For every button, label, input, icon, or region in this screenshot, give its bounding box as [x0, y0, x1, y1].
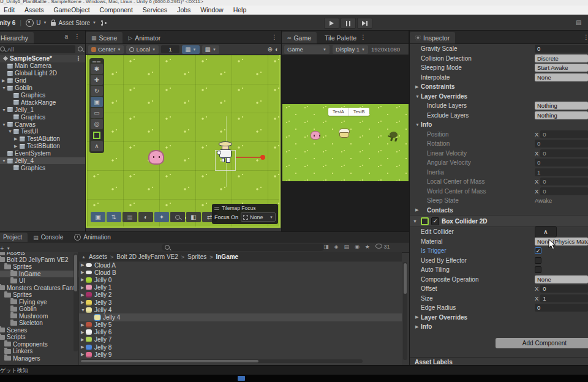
kebab-menu-icon[interactable]: ⋮ [72, 33, 83, 40]
files-hscrollbar[interactable] [81, 359, 363, 363]
foldout-arrow-icon[interactable]: ▼ [412, 219, 418, 223]
folder-item[interactable]: Bolt 2D JellyFarm VE2 [0, 257, 78, 264]
hierarchy-item[interactable]: Graphics [0, 92, 85, 99]
play-button[interactable] [324, 18, 339, 29]
hierarchy-item[interactable]: AttackRange [0, 99, 85, 106]
rotate-tool-icon[interactable]: ↻ [91, 86, 103, 96]
inspector-row[interactable]: World Center of Mass X 0 [410, 187, 588, 197]
display-dropdown[interactable]: Display 1 ▼ [333, 45, 368, 54]
foldout-arrow-icon[interactable]: ▶ [80, 263, 86, 268]
add-component-button[interactable]: Add Component [496, 338, 588, 348]
rect-tool-icon[interactable]: ▭ [91, 108, 103, 118]
step-button[interactable] [357, 18, 372, 29]
property-value[interactable]: 0 [540, 285, 588, 293]
game-view-tab[interactable]: Game [282, 32, 317, 43]
scene-view-tab[interactable]: Animator [123, 32, 166, 43]
snap-settings-button[interactable]: ▦ ▼ [202, 45, 219, 54]
inspector-row[interactable]: Angular Velocity 0 [410, 158, 588, 168]
folder-item[interactable]: Scripts [0, 334, 78, 341]
version-control-icon[interactable] [100, 20, 107, 26]
kebab-menu-icon[interactable]: ⋮ [358, 34, 369, 40]
foldout-arrow-icon[interactable]: ▶ [1, 78, 7, 83]
foldout-arrow-icon[interactable]: ▶ [415, 324, 421, 329]
space-mode-button[interactable]: Local ▼ [126, 45, 159, 54]
property-value[interactable]: ✓ [535, 247, 541, 254]
gizmos-toggle-icon[interactable]: ◧ [186, 212, 201, 222]
menu-item[interactable]: Help [228, 6, 252, 13]
grid-size-field[interactable]: 1 [161, 45, 179, 53]
label-icon[interactable]: ▤ [344, 244, 349, 250]
shading-mode-icon[interactable]: ◐ [275, 46, 279, 53]
jelly-sprite-pink[interactable] [148, 150, 164, 165]
foldout-arrow-icon[interactable]: ▶ [80, 352, 86, 357]
foldout-arrow-icon[interactable]: ▶ [13, 144, 20, 149]
search-save-icon[interactable] [78, 47, 83, 51]
pivot-mode-button[interactable]: Center ▼ [88, 45, 124, 54]
kebab-menu-icon[interactable]: ⋮ [581, 34, 588, 40]
project-search-input[interactable] [162, 244, 325, 251]
folder-item[interactable]: InGame [0, 271, 78, 278]
foldout-arrow-icon[interactable]: ▶ [80, 337, 86, 342]
hidden-count-badge[interactable]: 31 [375, 244, 390, 250]
layout-icon[interactable]: ▤ [576, 19, 581, 26]
foldout-arrow-icon[interactable]: ▼ [415, 122, 421, 127]
inspector-row[interactable]: ▶ Info [410, 322, 588, 332]
inspector-row[interactable]: Rotation 0 [410, 139, 588, 149]
folder-item[interactable]: Flying eye [0, 299, 78, 306]
asset-item[interactable]: ▶ Jelly 7 [79, 336, 402, 343]
foldout-arrow-icon[interactable]: ▶ [80, 277, 86, 282]
property-value[interactable]: 0 [540, 187, 588, 195]
asset-store-button[interactable]: Asset Store ▼ [51, 20, 96, 26]
folder-item[interactable]: Managers [0, 355, 78, 362]
kebab-menu-icon[interactable]: ⋮ [73, 55, 84, 62]
scene-view-tab[interactable]: Scene [86, 32, 123, 43]
hierarchy-item[interactable]: ▶ Grid [0, 77, 85, 84]
tilemap-edit-tool-icon[interactable] [91, 130, 103, 140]
inspector-row[interactable]: Gravity Scale 0 [410, 44, 588, 54]
selection-gizmo-rect[interactable] [215, 150, 236, 171]
asset-item[interactable]: ▶ Jelly 1 [79, 284, 402, 291]
tab-inspector[interactable]: Inspector [410, 32, 455, 43]
asset-item[interactable]: ▶ Cloud A [79, 261, 402, 269]
property-value[interactable] [535, 266, 541, 273]
foldout-arrow-icon[interactable]: ▶ [415, 315, 421, 320]
folder-item[interactable]: Components [0, 341, 78, 348]
component-enabled-checkbox[interactable]: ✓ [431, 217, 439, 225]
property-value[interactable]: 0 [540, 149, 588, 157]
inspector-row[interactable]: Auto Tiling [410, 265, 588, 275]
focus-target-dropdown[interactable]: None ▼ [241, 212, 276, 222]
info-icon[interactable]: ◉ [355, 244, 360, 250]
inspector-row[interactable]: Composite Operation None [410, 275, 588, 285]
effects-toggle-icon[interactable]: ✦ [154, 212, 169, 222]
folder-item[interactable]: UI [0, 277, 78, 285]
inspector-row[interactable]: Edge Radius 0 [410, 303, 588, 313]
inspector-row[interactable]: Exclude Layers Nothing [410, 111, 588, 121]
draw-mode-icon[interactable]: ▣ [91, 212, 105, 222]
project-area-tab[interactable]: Project [0, 233, 28, 242]
foldout-arrow-icon[interactable]: ▼ [0, 56, 1, 61]
folder-item[interactable]: Mushroom [0, 313, 78, 320]
tab-hierarchy[interactable]: Hierarchy [0, 32, 34, 43]
project-area-tab[interactable]: Console [28, 233, 69, 242]
hierarchy-item[interactable]: ▼ Goblin [0, 84, 85, 92]
collapse-icon[interactable]: ▲ [81, 255, 86, 259]
property-value[interactable]: 1 [540, 294, 588, 302]
grid-visibility-icon[interactable]: ▦ [123, 212, 137, 222]
foldout-arrow-icon[interactable]: ▼ [415, 94, 421, 99]
foldout-arrow-icon[interactable]: ▶ [80, 330, 86, 335]
hierarchy-item[interactable]: ▼ Jelly_1 [0, 106, 85, 113]
menu-item[interactable]: Jobs [172, 6, 195, 13]
2d-toggle-icon[interactable]: ⇅ [107, 212, 121, 222]
inspector-row[interactable]: ▼ Info [410, 120, 588, 130]
asset-item[interactable]: ▶ Jelly 2 [79, 291, 402, 299]
game-view-tab[interactable]: Tile Palette [317, 32, 362, 43]
inspector-row[interactable]: ▶ Layer Overrides [410, 313, 588, 323]
inspector-row[interactable]: Include Layers Nothing [410, 101, 588, 111]
folder-item[interactable]: Sprites [0, 263, 78, 271]
menu-item[interactable]: Window [195, 6, 228, 13]
overlay-grip[interactable]: ▬▬ [90, 59, 104, 63]
inspector-row[interactable]: Sleeping Mode Start Awake [410, 63, 588, 73]
test-button[interactable]: TestB [349, 108, 369, 116]
hierarchy-search-input[interactable]: All [0, 45, 75, 53]
asset-item[interactable]: ▶ Jelly 6 [79, 329, 402, 336]
